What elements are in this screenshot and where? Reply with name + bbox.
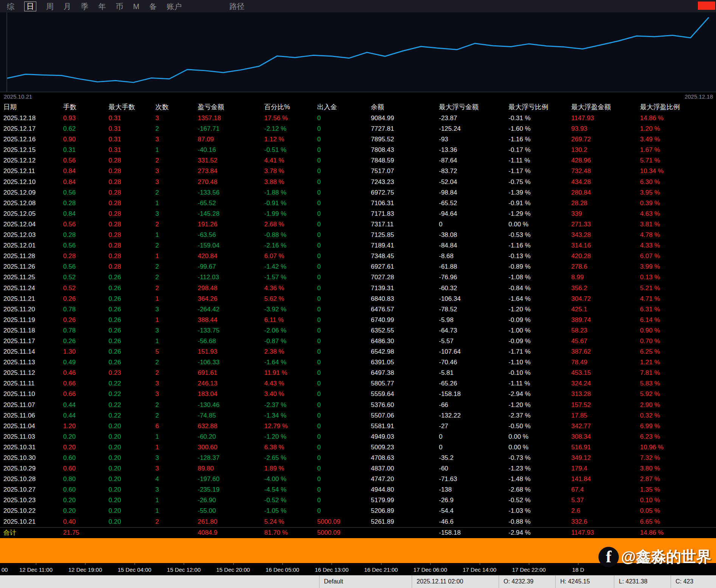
table-row[interactable]: 2025.10.230.200.201-26.90-0.52 %05179.99… xyxy=(0,495,716,506)
cell-count: 3 xyxy=(152,453,194,463)
table-row[interactable]: 2025.11.110.660.223246.134.43 %05805.77-… xyxy=(0,378,716,389)
cell-lots: 0.20 xyxy=(60,442,105,453)
cell-lots: 0.80 xyxy=(60,474,105,484)
table-row[interactable]: 2025.10.310.200.201300.606.38 %05009.230… xyxy=(0,442,716,453)
table-total-row[interactable]: 合计21.754084.981.70 %5000.09-158.18-2.94 … xyxy=(0,527,716,538)
table-row[interactable]: 2025.11.240.520.262298.484.36 %07139.31-… xyxy=(0,283,716,294)
cell-deposit: 0 xyxy=(314,347,367,357)
table-row[interactable]: 2025.12.040.560.282191.262.68 %07317.110… xyxy=(0,219,716,230)
table-row[interactable]: 2025.10.300.600.203-128.37-2.65 %04708.6… xyxy=(0,453,716,463)
cell-pnl: 4084.9 xyxy=(194,528,261,538)
cell-max_float_profit: 434.28 xyxy=(568,177,637,187)
table-row[interactable]: 2025.11.141.300.265151.932.38 %06542.98-… xyxy=(0,347,716,357)
cell-balance: 4708.63 xyxy=(367,453,435,463)
col-header-count: 次数 xyxy=(152,101,194,113)
menu-item-周[interactable]: 周 xyxy=(46,2,54,11)
cell-count: 3 xyxy=(152,463,194,474)
cell-max_float_loss_pct: -0.53 % xyxy=(505,230,568,240)
cell-max_float_loss: -138 xyxy=(435,484,505,495)
cell-count: 3 xyxy=(152,113,194,124)
menu-item-月[interactable]: 月 xyxy=(64,2,71,11)
cell-date: 2025.11.11 xyxy=(0,378,60,389)
cell-max_float_profit_pct: 0.10 % xyxy=(637,495,716,506)
table-row[interactable]: 2025.12.180.930.3131357.1817.56 %09084.9… xyxy=(0,113,716,124)
table-row[interactable]: 2025.12.080.280.281-65.52-0.91 %07106.31… xyxy=(0,198,716,209)
cell-max_float_profit: 308.34 xyxy=(568,432,637,442)
menu-item-备[interactable]: 备 xyxy=(149,2,157,11)
menu-item-综[interactable]: 综 xyxy=(7,2,14,11)
cell-lots: 0.84 xyxy=(60,209,105,219)
watermark-text: @鑫淼的世界 xyxy=(621,546,711,567)
cell-balance: 7808.43 xyxy=(367,145,435,155)
table-row[interactable]: 2025.12.050.840.283-145.28-1.99 %07171.8… xyxy=(0,209,716,219)
table-row[interactable]: 2025.11.030.200.201-60.20-1.20 %04949.03… xyxy=(0,432,716,442)
table-row[interactable]: 2025.12.030.280.281-63.56-0.88 %07125.85… xyxy=(0,230,716,240)
cell-pnl: 420.84 xyxy=(194,251,261,262)
status-low: L: 4231.38 xyxy=(614,576,671,588)
table-row[interactable]: 2025.10.280.800.204-197.60-4.00 %04747.2… xyxy=(0,474,716,484)
table-row[interactable]: 2025.11.190.260.261388.446.11 %06740.99-… xyxy=(0,315,716,325)
table-row[interactable]: 2025.11.170.260.261-56.68-0.87 %06486.30… xyxy=(0,336,716,347)
cell-max_lots: 0.26 xyxy=(105,283,152,294)
table-row[interactable]: 2025.11.070.440.222-130.46-2.37 %05376.6… xyxy=(0,400,716,410)
daily-stats-table: 日期手数最大手数次数盈亏金额百分比%出入金余额最大浮亏金额最大浮亏比例最大浮盈金… xyxy=(0,101,716,538)
menu-item-币[interactable]: 币 xyxy=(116,2,123,11)
table-row[interactable]: 2025.11.280.280.281420.846.07 %07348.45-… xyxy=(0,251,716,262)
menu-item-M[interactable]: M xyxy=(133,2,139,11)
cell-count: 1 xyxy=(152,442,194,453)
cell-count: 1 xyxy=(152,432,194,442)
table-row[interactable]: 2025.12.110.840.283273.843.78 %07517.07-… xyxy=(0,166,716,176)
menu-item-路径[interactable]: 路径 xyxy=(229,2,245,11)
cell-max_lots: 0.20 xyxy=(105,432,152,442)
table-row[interactable]: 2025.10.220.200.201-55.00-1.05 %05206.89… xyxy=(0,506,716,516)
table-row[interactable]: 2025.11.060.440.222-74.85-1.34 %05507.06… xyxy=(0,410,716,421)
cell-date: 2025.11.25 xyxy=(0,272,60,283)
col-header-max_float_loss_pct: 最大浮亏比例 xyxy=(505,101,568,113)
cell-date: 2025.11.12 xyxy=(0,368,60,378)
table-row[interactable]: 2025.12.090.560.282-133.56-1.88 %06972.7… xyxy=(0,187,716,198)
cell-balance: 6840.83 xyxy=(367,294,435,304)
cell-max_float_loss: -46.6 xyxy=(435,517,505,527)
table-row[interactable]: 2025.11.200.780.263-264.42-3.92 %06476.5… xyxy=(0,304,716,315)
table-row[interactable]: 2025.12.120.560.282331.524.41 %07848.59-… xyxy=(0,155,716,166)
menu-item-日[interactable]: 日 xyxy=(24,2,36,11)
table-row[interactable]: 2025.11.041.200.206632.8812.79 %05581.91… xyxy=(0,421,716,432)
table-row[interactable]: 2025.11.210.260.261364.265.62 %06840.83-… xyxy=(0,294,716,304)
cell-deposit: 5000.09 xyxy=(314,528,367,538)
table-row[interactable]: 2025.11.260.560.282-99.67-1.42 %06927.61… xyxy=(0,262,716,272)
menu-item-季[interactable]: 季 xyxy=(81,2,88,11)
table-row[interactable]: 2025.12.010.560.282-159.04-2.16 %07189.4… xyxy=(0,240,716,251)
table-row[interactable]: 2025.12.100.840.283270.483.88 %07243.23-… xyxy=(0,177,716,187)
table-row[interactable]: 2025.12.150.310.311-40.16-0.51 %07808.43… xyxy=(0,145,716,155)
cell-count: 3 xyxy=(152,134,194,145)
cell-max_lots: 0.22 xyxy=(105,410,152,421)
cell-max_float_profit: 130.2 xyxy=(568,145,637,155)
cell-pnl: 1357.18 xyxy=(194,113,261,124)
cell-max_float_loss_pct: -1.17 % xyxy=(505,166,568,176)
table-row[interactable]: 2025.11.100.660.223183.043.40 %05559.64-… xyxy=(0,389,716,399)
table-row[interactable]: 2025.10.290.600.20389.801.89 %04837.00-6… xyxy=(0,463,716,474)
table-row[interactable]: 2025.11.250.520.262-112.03-1.57 %07027.2… xyxy=(0,272,716,283)
table-row[interactable]: 2025.10.210.400.202261.805.24 %5000.0952… xyxy=(0,517,716,527)
menu-bar: 综日周月季年币M备账户路径 xyxy=(0,0,716,12)
cell-pct: -2.06 % xyxy=(261,325,314,336)
col-header-date: 日期 xyxy=(0,101,60,113)
cell-lots: 0.52 xyxy=(60,272,105,283)
table-row[interactable]: 2025.12.170.620.312-167.71-2.12 %07727.8… xyxy=(0,124,716,134)
cell-pnl: -197.60 xyxy=(194,474,261,484)
equity-chart[interactable] xyxy=(0,12,716,92)
table-row[interactable]: 2025.11.180.780.263-133.75-2.06 %06352.5… xyxy=(0,325,716,336)
menu-item-年[interactable]: 年 xyxy=(98,2,106,11)
cell-date: 2025.11.07 xyxy=(0,400,60,410)
cell-pnl: 632.88 xyxy=(194,421,261,432)
cell-pct: 6.38 % xyxy=(261,442,314,453)
table-row[interactable]: 2025.11.120.460.232691.6111.91 %06497.38… xyxy=(0,368,716,378)
table-row[interactable]: 2025.10.270.600.203-235.19-4.54 %04944.8… xyxy=(0,484,716,495)
menu-item-账户[interactable]: 账户 xyxy=(167,2,182,11)
table-row[interactable]: 2025.11.130.490.262-106.33-1.64 %06391.0… xyxy=(0,357,716,368)
cell-max_float_loss: -5.98 xyxy=(435,315,505,325)
scrollbar-thumb[interactable] xyxy=(698,2,715,10)
cell-count: 2 xyxy=(152,155,194,166)
cell-lots: 0.84 xyxy=(60,166,105,176)
table-row[interactable]: 2025.12.160.900.31387.091.12 %07895.52-9… xyxy=(0,134,716,145)
